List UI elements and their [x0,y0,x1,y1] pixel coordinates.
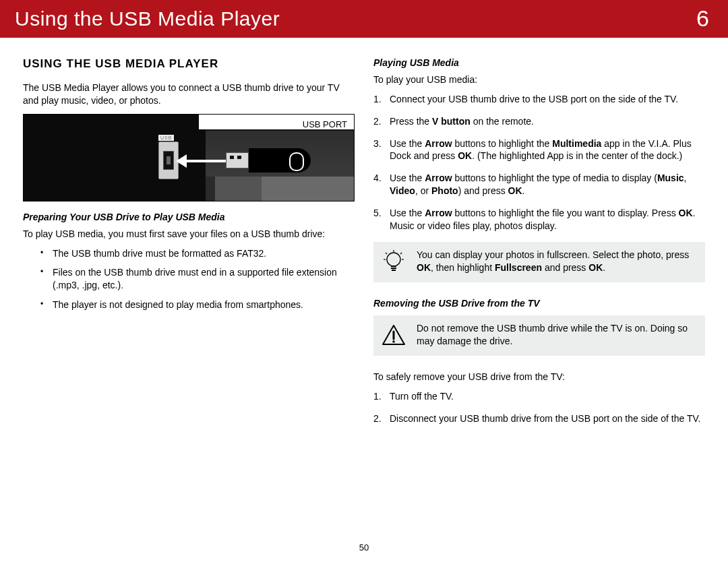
svg-line-3 [400,253,402,254]
warning-callout: Do not remove the USB thumb drive while … [373,315,705,356]
list-item: Files on the USB thumb drive must end in… [40,266,355,292]
preparing-intro: To play USB media, you must first save y… [23,228,355,241]
left-column: USING THE USB MEDIA PLAYER The USB Media… [23,57,355,434]
list-item: Disconnect your USB thumb drive from the… [373,412,705,425]
list-item: Press the V button on the remote. [373,115,705,128]
lightbulb-icon [380,249,407,276]
subhead-removing: Removing the USB Drive from the TV [373,297,705,310]
preparing-bullets: The USB thumb drive must be formatted as… [23,247,355,312]
warning-icon [380,322,407,349]
page-body: USING THE USB MEDIA PLAYER The USB Media… [0,38,728,434]
list-item: Use the Arrow buttons to highlight the M… [373,137,705,163]
svg-line-2 [386,253,387,254]
usb-plug-icon [226,152,249,168]
arrow-icon [181,160,226,162]
svg-point-7 [392,340,395,343]
list-item: Use the Arrow buttons to highlight the t… [373,172,705,197]
list-item: Connect your USB thumb drive to the USB … [373,93,705,106]
playing-intro: To play your USB media: [373,73,705,86]
playing-steps: Connect your USB thumb drive to the USB … [373,93,705,232]
chapter-banner: Using the USB Media Player 6 [0,0,728,38]
banner-title: Using the USB Media Player [15,5,280,33]
usb-body-icon [249,148,311,173]
figure-caption: USB PORT [303,119,347,131]
usb-slot-inner [166,156,171,164]
removing-steps: Turn off the TV. Disconnect your USB thu… [373,390,705,425]
intro-paragraph: The USB Media Player allows you to conne… [23,82,355,107]
list-item: Use the Arrow buttons to highlight the f… [373,207,705,232]
list-item: The USB thumb drive must be formatted as… [40,247,355,260]
warning-text: Do not remove the USB thumb drive while … [417,322,696,348]
subhead-playing: Playing USB Media [373,57,705,69]
list-item: Turn off the TV. [373,390,705,403]
usb-socket-label: USB [158,135,174,141]
section-heading: USING THE USB MEDIA PLAYER [23,57,355,72]
tip-text: You can display your photos in fullscree… [417,249,696,274]
right-column: Playing USB Media To play your USB media… [373,57,705,434]
banner-chapter-number: 6 [696,3,709,34]
svg-point-0 [387,253,400,266]
page-number: 50 [0,542,728,554]
removing-intro: To safely remove your USB drive from the… [373,371,705,383]
usb-port-figure: USB PORT USB [23,114,355,201]
tip-callout: You can display your photos in fullscree… [373,242,705,282]
list-item: The player is not designed to play media… [40,299,355,311]
arrow-head-icon [176,154,187,168]
subhead-preparing: Preparing Your USB Drive to Play USB Med… [23,211,355,224]
